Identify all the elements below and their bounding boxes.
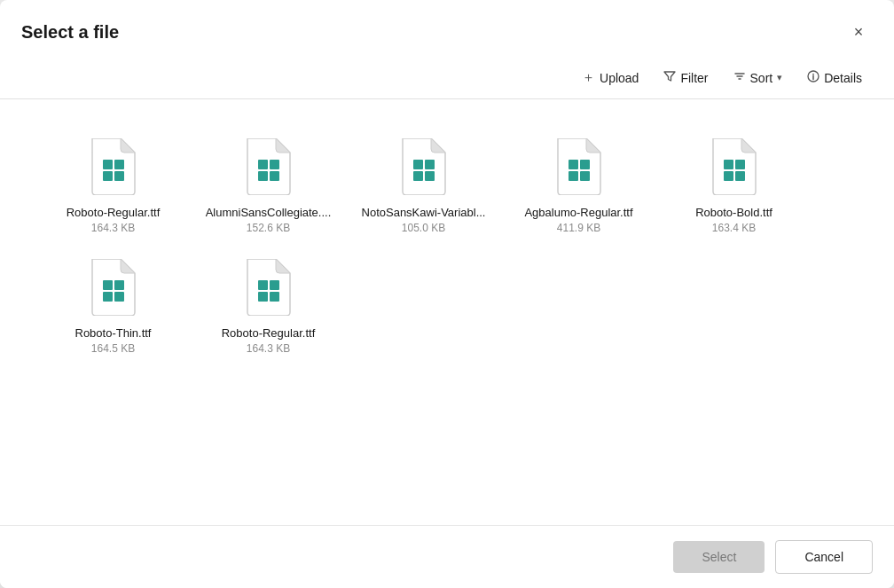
file-name: Roboto-Thin.ttf	[75, 326, 152, 340]
filter-icon	[663, 70, 676, 85]
sort-label: Sort	[750, 71, 773, 85]
file-icon	[710, 138, 759, 195]
svg-rect-23	[103, 292, 113, 302]
svg-rect-24	[114, 292, 124, 302]
select-file-dialog: Select a file × ＋ Upload Filter Sort ▾	[0, 0, 894, 588]
close-button[interactable]: ×	[844, 18, 873, 46]
file-name: Roboto-Regular.ttf	[67, 206, 161, 219]
file-name: Agbalumo-Regular.ttf	[524, 206, 632, 219]
file-icon	[89, 259, 138, 316]
file-size: 163.4 KB	[712, 222, 756, 234]
file-item[interactable]: Roboto-Bold.ttf163.4 KB	[656, 124, 812, 245]
filter-label: Filter	[680, 71, 708, 85]
sort-icon	[733, 70, 746, 85]
file-size: 164.3 KB	[247, 342, 290, 355]
select-button[interactable]: Select	[673, 541, 765, 573]
svg-rect-26	[270, 280, 279, 290]
upload-button[interactable]: ＋ Upload	[571, 64, 649, 91]
svg-rect-16	[580, 171, 590, 181]
file-size: 164.3 KB	[91, 222, 135, 234]
upload-label: Upload	[600, 71, 639, 85]
svg-rect-2	[114, 160, 124, 169]
svg-rect-8	[270, 171, 279, 181]
svg-rect-14	[580, 160, 590, 169]
svg-rect-11	[413, 171, 423, 181]
details-button[interactable]: Details	[796, 65, 873, 90]
file-item[interactable]: Roboto-Regular.ttf164.3 KB	[35, 124, 191, 245]
file-icon	[554, 138, 604, 195]
file-item[interactable]: Agbalumo-Regular.ttf411.9 KB	[501, 124, 656, 245]
file-size: 152.6 KB	[247, 222, 290, 234]
dialog-header: Select a file ×	[0, 0, 894, 57]
svg-rect-1	[103, 160, 113, 169]
sort-button[interactable]: Sort ▾	[723, 65, 794, 90]
svg-rect-28	[270, 292, 279, 302]
svg-rect-15	[569, 171, 578, 181]
details-label: Details	[824, 71, 862, 85]
file-size: 164.5 KB	[91, 342, 135, 355]
sort-chevron-icon: ▾	[777, 72, 782, 83]
svg-rect-21	[103, 280, 113, 290]
svg-rect-19	[724, 171, 733, 181]
file-icon	[89, 138, 138, 195]
file-name: Roboto-Regular.ttf	[222, 326, 316, 340]
svg-rect-12	[425, 171, 435, 181]
files-grid: Roboto-Regular.ttf164.3 KB AlumniSansCol…	[0, 99, 894, 525]
svg-rect-25	[258, 280, 268, 290]
file-name: Roboto-Bold.ttf	[695, 206, 772, 219]
svg-rect-27	[258, 292, 268, 302]
upload-icon: ＋	[582, 69, 595, 86]
svg-rect-18	[735, 160, 745, 169]
filter-button[interactable]: Filter	[653, 65, 718, 90]
file-icon	[244, 138, 294, 195]
file-size: 105.0 KB	[402, 222, 445, 234]
svg-rect-22	[114, 280, 124, 290]
file-size: 411.9 KB	[557, 222, 600, 234]
svg-rect-13	[569, 160, 578, 169]
file-name: NotoSansKawi-Variabl...	[362, 206, 486, 219]
svg-rect-3	[103, 171, 113, 181]
file-item[interactable]: NotoSansKawi-Variabl...105.0 KB	[346, 124, 501, 245]
cancel-button[interactable]: Cancel	[775, 540, 873, 574]
details-icon	[807, 70, 820, 85]
file-icon	[244, 259, 294, 316]
dialog-title: Select a file	[21, 22, 119, 43]
svg-rect-9	[413, 160, 423, 169]
svg-rect-6	[270, 160, 279, 169]
file-icon	[399, 138, 449, 195]
file-item[interactable]: Roboto-Regular.ttf164.3 KB	[191, 245, 346, 365]
svg-rect-4	[114, 171, 124, 181]
file-item[interactable]: AlumniSansCollegiate....152.6 KB	[191, 124, 346, 245]
svg-rect-20	[735, 171, 745, 181]
svg-rect-17	[724, 160, 733, 169]
file-item[interactable]: Roboto-Thin.ttf164.5 KB	[35, 245, 191, 365]
svg-rect-10	[425, 160, 435, 169]
file-name: AlumniSansCollegiate....	[206, 206, 332, 219]
dialog-footer: Select Cancel	[0, 525, 894, 588]
svg-rect-7	[258, 171, 268, 181]
toolbar: ＋ Upload Filter Sort ▾	[0, 57, 894, 99]
svg-rect-5	[258, 160, 268, 169]
